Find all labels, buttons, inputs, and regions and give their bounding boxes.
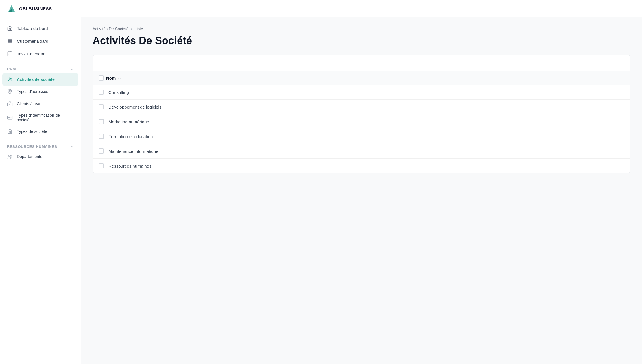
sidebar-item-types-adresses-label: Types d'adresses bbox=[17, 89, 48, 94]
page-title: Activités De Société bbox=[93, 35, 630, 47]
rh-section-label: Ressources humaines bbox=[7, 144, 57, 149]
row-label-2: Développement de logiciels bbox=[108, 105, 161, 109]
sidebar-item-task[interactable]: Task Calendar bbox=[0, 47, 81, 60]
column-nom-sort-icon bbox=[117, 75, 121, 80]
pin-icon bbox=[7, 89, 13, 94]
sidebar-item-clients[interactable]: Clients / Leads bbox=[0, 98, 81, 110]
sidebar-item-types-adresses[interactable]: Types d'adresses bbox=[0, 86, 81, 98]
row-label-3: Marketing numérique bbox=[108, 119, 149, 124]
briefcase-icon bbox=[7, 101, 13, 107]
sidebar: Tableau de bord Customer Board bbox=[0, 17, 81, 364]
row-checkbox-6[interactable] bbox=[99, 163, 104, 168]
breadcrumb-current: Liste bbox=[134, 27, 143, 31]
row-label-6: Ressources humaines bbox=[108, 164, 151, 168]
logo-text: OBI BUSINESS bbox=[19, 6, 52, 11]
table-row[interactable]: Ressources humaines bbox=[93, 159, 630, 173]
svg-point-13 bbox=[11, 78, 12, 79]
table-card: Nom Consulting Développement de logiciel… bbox=[93, 55, 630, 173]
select-all-checkbox[interactable] bbox=[99, 75, 104, 81]
rh-chevron-icon bbox=[70, 144, 74, 149]
breadcrumb: Activités De Société › Liste bbox=[93, 27, 630, 31]
svg-point-12 bbox=[9, 78, 11, 79]
sidebar-item-tableau-label: Tableau de bord bbox=[17, 26, 48, 31]
crm-chevron-icon bbox=[70, 67, 74, 72]
svg-rect-22 bbox=[9, 131, 11, 134]
crm-section-label: CRM bbox=[7, 67, 16, 71]
sidebar-item-departements[interactable]: Départements bbox=[0, 151, 81, 163]
sidebar-item-departements-label: Départements bbox=[17, 154, 42, 159]
main-layout: Tableau de bord Customer Board bbox=[0, 17, 642, 364]
table-row[interactable]: Maintenance informatique bbox=[93, 144, 630, 159]
table-header-row: Nom bbox=[93, 71, 630, 85]
breadcrumb-separator: › bbox=[131, 27, 132, 31]
breadcrumb-parent[interactable]: Activités De Société bbox=[93, 27, 129, 31]
column-nom-header[interactable]: Nom bbox=[106, 75, 121, 80]
obi-logo-icon bbox=[7, 4, 16, 13]
rh-section-header[interactable]: Ressources humaines bbox=[0, 142, 81, 151]
crm-section: CRM Activités de société bbox=[0, 65, 81, 138]
id-card-icon bbox=[7, 115, 13, 120]
row-checkbox-4[interactable] bbox=[99, 134, 104, 139]
row-checkbox-2[interactable] bbox=[99, 104, 104, 109]
svg-rect-6 bbox=[8, 52, 12, 56]
table-row[interactable]: Consulting bbox=[93, 85, 630, 100]
sidebar-item-types-identification[interactable]: Types d'identification de société bbox=[0, 110, 81, 125]
table-row[interactable]: Marketing numérique bbox=[93, 114, 630, 129]
svg-point-19 bbox=[8, 117, 9, 118]
row-checkbox-3[interactable] bbox=[99, 119, 104, 124]
table-row[interactable]: Développement de logiciels bbox=[93, 100, 630, 114]
gear-people-icon bbox=[7, 77, 13, 82]
building-icon bbox=[7, 129, 13, 134]
table-toolbar bbox=[93, 55, 630, 71]
svg-point-14 bbox=[9, 90, 10, 91]
home-icon bbox=[7, 25, 13, 31]
row-checkbox-1[interactable] bbox=[99, 90, 104, 95]
sidebar-item-customer-label: Customer Board bbox=[17, 39, 48, 44]
sidebar-item-activites[interactable]: Activités de société bbox=[2, 73, 78, 86]
row-label-5: Maintenance informatique bbox=[108, 149, 158, 154]
sidebar-item-customer[interactable]: Customer Board bbox=[0, 35, 81, 47]
sidebar-item-task-label: Task Calendar bbox=[17, 51, 45, 56]
sidebar-item-types-identification-label: Types d'identification de société bbox=[17, 113, 74, 122]
row-label-1: Consulting bbox=[108, 90, 129, 95]
crm-section-header[interactable]: CRM bbox=[0, 65, 81, 73]
sidebar-item-tableau[interactable]: Tableau de bord bbox=[0, 22, 81, 35]
logo-area: OBI BUSINESS bbox=[7, 4, 52, 13]
calendar-icon bbox=[7, 51, 13, 57]
svg-rect-18 bbox=[8, 116, 12, 119]
row-label-4: Formation et éducation bbox=[108, 134, 153, 139]
column-nom-label: Nom bbox=[106, 76, 116, 81]
table-row[interactable]: Formation et éducation bbox=[93, 129, 630, 144]
sidebar-item-types-societe-label: Types de société bbox=[17, 129, 47, 134]
content-area: Activités De Société › Liste Activités D… bbox=[81, 17, 642, 364]
users-icon bbox=[7, 154, 13, 159]
svg-point-23 bbox=[8, 155, 10, 156]
sidebar-item-clients-label: Clients / Leads bbox=[17, 101, 44, 106]
sidebar-item-activites-label: Activités de société bbox=[17, 77, 55, 82]
topbar: OBI BUSINESS bbox=[0, 0, 642, 17]
list-icon bbox=[7, 38, 13, 44]
rh-section: Ressources humaines Départements bbox=[0, 142, 81, 163]
sidebar-item-types-societe[interactable]: Types de société bbox=[0, 125, 81, 138]
svg-point-24 bbox=[10, 155, 12, 156]
row-checkbox-5[interactable] bbox=[99, 148, 104, 154]
